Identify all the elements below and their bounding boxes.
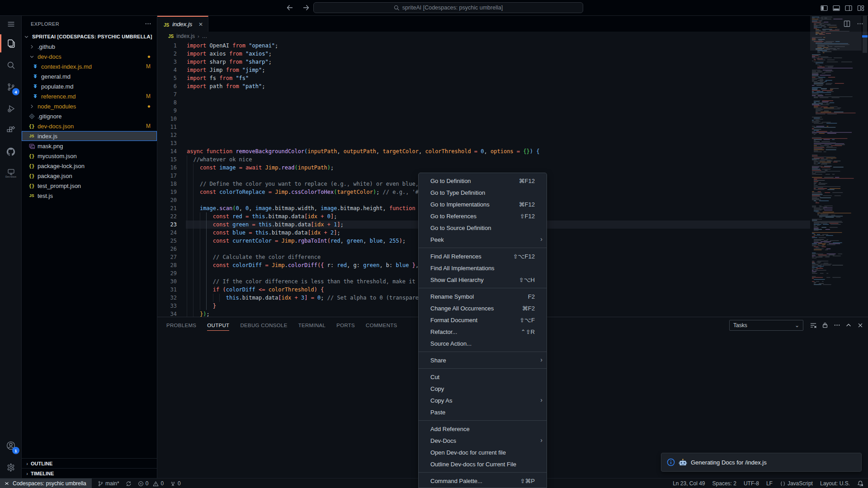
activity-search[interactable]: [0, 54, 22, 76]
tree-item-general.md[interactable]: general.md: [22, 71, 157, 81]
activity-explorer[interactable]: [0, 33, 22, 54]
activity-menu-icon[interactable]: [0, 16, 22, 33]
clear-output-icon[interactable]: [809, 320, 818, 330]
editor-scrollbar[interactable]: [862, 16, 868, 308]
search-placeholder: spriteAI [Codespaces: psychic umbrella]: [402, 5, 503, 11]
maximize-panel-icon[interactable]: [844, 320, 853, 330]
tree-item-mask.png[interactable]: mask.png: [22, 141, 157, 151]
menu-item-go-to-references[interactable]: Go to References⇧F12: [419, 210, 547, 222]
menu-item-copy[interactable]: Copy: [419, 383, 547, 394]
status-encoding[interactable]: UTF-8: [744, 480, 759, 487]
menu-item-outline-dev-docs-for-current-file[interactable]: Outline Dev-docs for Current File: [419, 458, 547, 470]
menu-item-paste[interactable]: Paste: [419, 406, 547, 418]
line-number: 13: [157, 139, 177, 147]
activity-extensions[interactable]: [0, 119, 22, 141]
tree-item-populate.md[interactable]: populate.md: [22, 81, 157, 91]
tree-item-.github[interactable]: .github: [22, 42, 157, 52]
panel-tab-ports[interactable]: PORTS: [336, 317, 355, 333]
breadcrumb-file[interactable]: index.js: [176, 33, 195, 39]
warning-icon: [153, 481, 159, 487]
remote-indicator[interactable]: Codespaces: psychic umbrella: [0, 479, 92, 488]
notification-toast[interactable]: Generating Docs for /index.js: [661, 453, 862, 472]
tree-item-mycustom.json[interactable]: {}mycustom.json: [22, 151, 157, 161]
tree-item-package-lock.json[interactable]: {}package-lock.json: [22, 161, 157, 171]
status-ports[interactable]: 0: [170, 480, 181, 487]
menu-item-copy-as[interactable]: Copy As›: [419, 394, 547, 406]
tab-close-icon[interactable]: ✕: [197, 21, 204, 28]
panel-more-actions-icon[interactable]: [832, 320, 841, 330]
breadcrumb-symbol[interactable]: …: [202, 33, 208, 39]
tab-index-js[interactable]: JS index.js ✕: [157, 16, 208, 32]
status-cursor-position[interactable]: Ln 23, Col 49: [673, 480, 705, 487]
tree-item-context-index.js.md[interactable]: context-index.js.mdM: [22, 61, 157, 71]
activity-run-debug[interactable]: [0, 98, 22, 119]
status-problems[interactable]: 00: [138, 480, 164, 487]
explorer-actions-icon[interactable]: [145, 20, 151, 27]
activity-accounts[interactable]: 1: [0, 435, 22, 456]
menu-item-source-action[interactable]: Source Action...: [419, 338, 547, 349]
status-branch[interactable]: main*: [98, 480, 119, 487]
output-channel-select[interactable]: Tasks ⌄: [729, 320, 803, 331]
menu-item-dev-docs[interactable]: Dev-Docs›: [419, 435, 547, 446]
menu-item-go-to-definition[interactable]: Go to Definition⌘F12: [419, 175, 547, 187]
status-indentation[interactable]: Spaces: 2: [712, 480, 736, 487]
info-icon: [667, 458, 675, 466]
status-language[interactable]: JavaScript: [780, 480, 813, 487]
panel-tab-terminal[interactable]: TERMINAL: [298, 317, 326, 333]
tree-item-dev-docs.json[interactable]: {}dev-docs.jsonM: [22, 121, 157, 131]
activity-github[interactable]: [0, 141, 22, 163]
status-eol[interactable]: LF: [766, 480, 773, 487]
toggle-panel-icon[interactable]: [832, 4, 840, 12]
tree-item-index.js[interactable]: JSindex.js: [22, 131, 157, 141]
activity-settings[interactable]: [0, 456, 22, 478]
menu-item-cut[interactable]: Cut: [419, 371, 547, 383]
menu-item-find-all-implementations[interactable]: Find All Implementations: [419, 262, 547, 274]
nav-back-icon[interactable]: [285, 3, 295, 13]
status-notifications[interactable]: [857, 480, 863, 487]
toggle-secondary-sidebar-icon[interactable]: [844, 4, 852, 12]
code-line-16: 16 const image = await Jimp.read(inputPa…: [157, 164, 868, 172]
menu-item-go-to-source-definition[interactable]: Go to Source Definition: [419, 222, 547, 234]
menu-item-format-document[interactable]: Format Document⇧⌥F: [419, 314, 547, 326]
menu-item-share[interactable]: Share›: [419, 354, 547, 366]
menu-item-refactor[interactable]: Refactor...⌃⇧R: [419, 326, 547, 338]
menu-item-open-dev-doc-for-current-file[interactable]: Open Dev-doc for current file: [419, 446, 547, 458]
panel-tab-comments[interactable]: COMMENTS: [366, 317, 397, 333]
tree-item-reference.md[interactable]: reference.mdM: [22, 91, 157, 101]
panel-tab-output[interactable]: OUTPUT: [207, 317, 229, 333]
tree-item-dev-docs[interactable]: dev-docs●: [22, 52, 157, 61]
menu-item-go-to-implementations[interactable]: Go to Implementations⌘F12: [419, 198, 547, 210]
outline-section[interactable]: › OUTLINE: [22, 458, 157, 468]
tree-item-spriteai-codespaces-psychic-umbrella-[interactable]: SPRITEAI [CODESPACES: PSYCHIC UMBRELLA]: [22, 32, 157, 42]
timeline-section[interactable]: › TIMELINE: [22, 468, 157, 478]
tree-item-node-modules[interactable]: node_modules●: [22, 101, 157, 111]
lock-icon[interactable]: [821, 320, 830, 330]
menu-item-peek[interactable]: Peek›: [419, 234, 547, 245]
minimap[interactable]: [810, 16, 862, 308]
nav-forward-icon[interactable]: [301, 3, 311, 13]
toggle-sidebar-icon[interactable]: [820, 4, 828, 12]
tree-item-test.js[interactable]: JStest.js: [22, 191, 157, 201]
activity-dev-docs[interactable]: Dev-Docs: [0, 163, 22, 184]
status-keyboard-layout[interactable]: Layout: U.S.: [820, 480, 850, 487]
command-center-search[interactable]: spriteAI [Codespaces: psychic umbrella]: [313, 2, 583, 13]
tree-item-.gitignore[interactable]: .gitignore: [22, 111, 157, 121]
menu-item-show-call-hierarchy[interactable]: Show Call Hierarchy⇧⌥H: [419, 274, 547, 286]
minimap-slider[interactable]: [810, 16, 862, 51]
tree-item-test-prompt.json[interactable]: {}test_prompt.json: [22, 181, 157, 191]
menu-item-find-all-references[interactable]: Find All References⇧⌥F12: [419, 250, 547, 262]
tree-item-package.json[interactable]: {}package.json: [22, 171, 157, 181]
line-content: import OpenAI from "openai";: [187, 42, 278, 50]
menu-item-add-reference[interactable]: Add Reference: [419, 423, 547, 435]
breadcrumb[interactable]: JS index.js › …: [157, 32, 868, 41]
menu-item-go-to-type-definition[interactable]: Go to Type Definition: [419, 187, 547, 198]
activity-source-control[interactable]: 4: [0, 76, 22, 98]
customize-layout-icon[interactable]: [857, 4, 864, 12]
menu-item-change-all-occurrences[interactable]: Change All Occurrences⌘F2: [419, 302, 547, 314]
close-panel-icon[interactable]: [856, 320, 865, 330]
menu-item-command-palette[interactable]: Command Palette...⇧⌘P: [419, 475, 547, 487]
panel-tab-debug-console[interactable]: DEBUG CONSOLE: [240, 317, 287, 333]
panel-tab-problems[interactable]: PROBLEMS: [166, 317, 196, 333]
menu-item-rename-symbol[interactable]: Rename SymbolF2: [419, 291, 547, 302]
status-sync[interactable]: [126, 481, 132, 487]
